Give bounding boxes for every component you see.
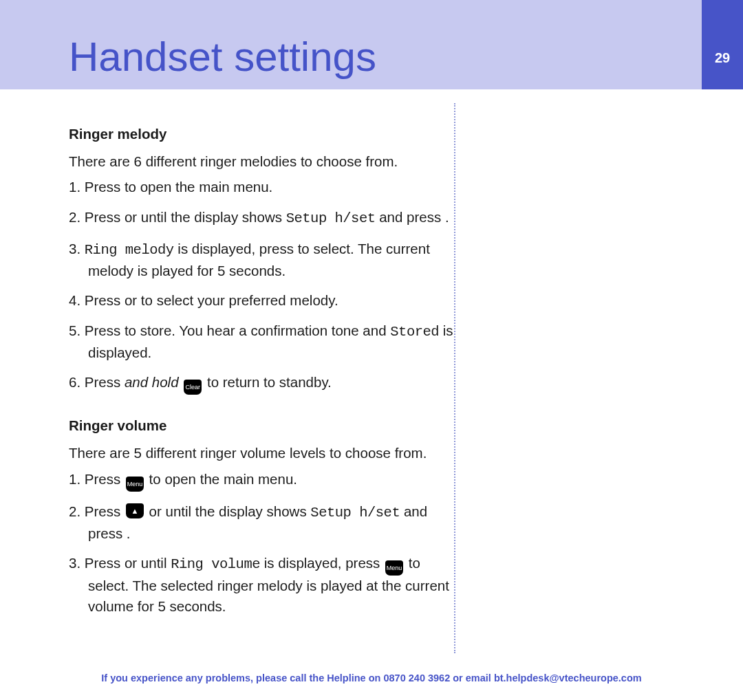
menu-key-icon: Menu	[385, 560, 403, 576]
list-item: Press or until the display shows Setup h…	[69, 207, 454, 229]
list-item: Ring melody is displayed, press to selec…	[69, 239, 454, 281]
lcd-text: Setup h/set	[286, 210, 376, 226]
list-item: Press to store. You hear a confirmation …	[69, 320, 454, 362]
up-arrow-key-icon	[126, 503, 144, 518]
helpline-email: bt.helpdesk@vtecheurope.com	[494, 672, 642, 683]
lcd-text: Setup h/set	[310, 505, 400, 521]
page-number: 29	[715, 50, 730, 66]
helpline-footer: If you experience any problems, please c…	[0, 672, 743, 683]
ringer-volume-heading: Ringer volume	[69, 415, 454, 436]
lcd-text: Stored	[390, 324, 439, 340]
ringer-volume-steps: Press Menu to open the main menu. Press …	[69, 469, 454, 617]
emphasis-text: and hold	[125, 374, 179, 390]
main-content: Ringer melody There are 6 different ring…	[69, 103, 454, 626]
ringer-melody-steps: Press to open the main menu. Press or un…	[69, 177, 454, 395]
ringer-melody-intro: There are 6 different ringer melodies to…	[69, 151, 454, 172]
page-title: Handset settings	[69, 33, 376, 80]
ringer-volume-intro: There are 5 different ringer volume leve…	[69, 443, 454, 463]
list-item: Press or until the display shows Setup h…	[69, 501, 454, 543]
list-item: Press or until Ring volume is displayed,…	[69, 553, 454, 616]
list-item: Press or to select your preferred melody…	[69, 290, 454, 311]
page-number-band: 29	[702, 0, 743, 89]
list-item: Press to open the main menu.	[69, 177, 454, 197]
header-bar: Handset settings	[0, 0, 743, 89]
list-item: Press and hold Clear to return to standb…	[69, 372, 454, 395]
lcd-text: Ring melody	[85, 242, 174, 258]
ringer-melody-heading: Ringer melody	[69, 124, 454, 144]
list-item: Press Menu to open the main menu.	[69, 469, 454, 492]
clear-key-icon: Clear	[184, 380, 202, 395]
helpline-phone: 0870 240 3962	[383, 672, 450, 683]
menu-key-icon: Menu	[126, 477, 144, 492]
lcd-text: Ring volume	[171, 556, 260, 572]
column-separator	[454, 103, 455, 653]
